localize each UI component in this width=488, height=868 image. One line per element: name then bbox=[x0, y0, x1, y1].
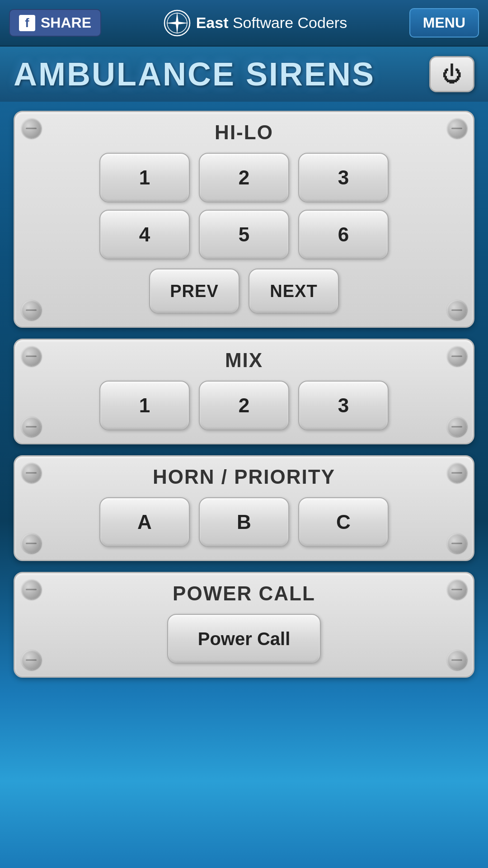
next-button[interactable]: NEXT bbox=[249, 269, 339, 314]
app-title: AMBULANCE SIRENS bbox=[14, 56, 429, 93]
prev-button[interactable]: PREV bbox=[149, 269, 239, 314]
hilo-btn-6[interactable]: 6 bbox=[298, 210, 389, 259]
power-call-row: Power Call bbox=[38, 614, 450, 664]
title-bar: AMBULANCE SIRENS ⏻ bbox=[0, 47, 488, 102]
share-label: SHARE bbox=[41, 14, 91, 31]
hilo-btn-1[interactable]: 1 bbox=[99, 153, 190, 203]
panels-container: HI-LO 1 2 3 4 5 6 PREV NEXT bbox=[0, 102, 488, 687]
screw-tl bbox=[21, 118, 41, 138]
screw-bl bbox=[21, 650, 41, 670]
screw-bl bbox=[21, 417, 41, 437]
hilo-nav-row: PREV NEXT bbox=[38, 269, 450, 314]
compass-icon bbox=[164, 9, 191, 37]
horn-btn-a[interactable]: A bbox=[99, 497, 190, 547]
screw-tr bbox=[447, 463, 467, 483]
hilo-btn-2[interactable]: 2 bbox=[199, 153, 289, 203]
brand-rest: Software Coders bbox=[228, 14, 347, 31]
screw-bl bbox=[21, 300, 41, 320]
hilo-btn-3[interactable]: 3 bbox=[298, 153, 389, 203]
footer-space bbox=[0, 687, 488, 868]
facebook-icon: f bbox=[19, 15, 35, 31]
hilo-panel: HI-LO 1 2 3 4 5 6 PREV NEXT bbox=[14, 111, 474, 328]
screw-tr bbox=[447, 346, 467, 366]
mix-btn-2[interactable]: 2 bbox=[199, 381, 289, 430]
power-call-button-grid: Power Call bbox=[24, 614, 464, 664]
screw-tl bbox=[21, 580, 41, 599]
horn-button-grid: A B C bbox=[24, 497, 464, 547]
screw-br bbox=[447, 417, 467, 437]
hilo-row-2: 4 5 6 bbox=[38, 210, 450, 259]
screw-tl bbox=[21, 463, 41, 483]
hilo-button-grid: 1 2 3 4 5 6 PREV NEXT bbox=[24, 153, 464, 314]
power-call-panel: POWER CALL Power Call bbox=[14, 572, 474, 678]
screw-bl bbox=[21, 533, 41, 553]
horn-row-1: A B C bbox=[38, 497, 450, 547]
hilo-title: HI-LO bbox=[24, 121, 464, 144]
power-button[interactable]: ⏻ bbox=[429, 56, 474, 92]
mix-btn-3[interactable]: 3 bbox=[298, 381, 389, 430]
header: f SHARE East Software Coders MENU bbox=[0, 0, 488, 47]
screw-tl bbox=[21, 346, 41, 366]
mix-title: MIX bbox=[24, 349, 464, 372]
power-call-button[interactable]: Power Call bbox=[167, 614, 321, 664]
mix-button-grid: 1 2 3 bbox=[24, 381, 464, 430]
menu-button[interactable]: MENU bbox=[409, 8, 479, 38]
power-call-title: POWER CALL bbox=[24, 582, 464, 605]
brand-text: East Software Coders bbox=[196, 14, 347, 32]
mix-panel: MIX 1 2 3 bbox=[14, 339, 474, 444]
horn-btn-c[interactable]: C bbox=[298, 497, 389, 547]
screw-tr bbox=[447, 118, 467, 138]
brand-logo: East Software Coders bbox=[164, 9, 347, 37]
svg-point-6 bbox=[175, 21, 179, 25]
hilo-btn-4[interactable]: 4 bbox=[99, 210, 190, 259]
mix-row-1: 1 2 3 bbox=[38, 381, 450, 430]
screw-tr bbox=[447, 580, 467, 599]
horn-panel: HORN / PRIORITY A B C bbox=[14, 455, 474, 561]
screw-br bbox=[447, 300, 467, 320]
horn-title: HORN / PRIORITY bbox=[24, 466, 464, 488]
mix-btn-1[interactable]: 1 bbox=[99, 381, 190, 430]
power-icon: ⏻ bbox=[442, 63, 462, 85]
screw-br bbox=[447, 533, 467, 553]
brand-east: East bbox=[196, 14, 229, 31]
share-button[interactable]: f SHARE bbox=[9, 9, 101, 37]
horn-btn-b[interactable]: B bbox=[199, 497, 289, 547]
screw-br bbox=[447, 650, 467, 670]
hilo-btn-5[interactable]: 5 bbox=[199, 210, 289, 259]
hilo-row-1: 1 2 3 bbox=[38, 153, 450, 203]
